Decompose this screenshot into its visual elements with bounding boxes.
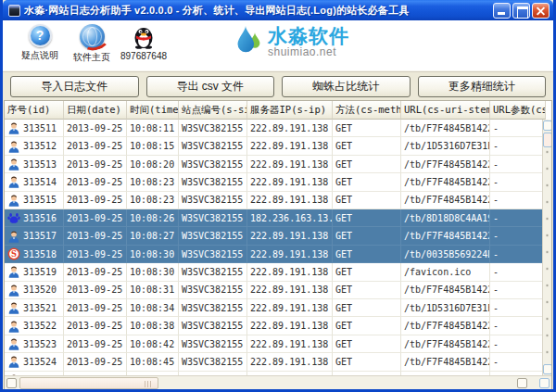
vertical-scrollbar-thumb[interactable]: [543, 133, 552, 147]
cell-ip: 222.89.191.138: [247, 335, 333, 353]
horizontal-scrollbar[interactable]: [5, 375, 551, 389]
scroll-left-icon[interactable]: [6, 378, 17, 388]
cell-query: -: [490, 192, 542, 209]
cell-method: GET: [333, 120, 401, 137]
toolbar-item-help[interactable]: ? 疑点说明: [14, 24, 66, 62]
cell-method: GET: [333, 137, 401, 155]
toolbar-qq-label: 897687648: [120, 51, 167, 61]
cell-sitename: W3SVC382155: [179, 246, 247, 263]
cell-id: 313516: [5, 209, 64, 227]
column-header-2[interactable]: 时间(time): [127, 101, 179, 120]
baidu-spider-icon: [7, 211, 20, 224]
table-row[interactable]: 3135202013-09-2510:08:31W3SVC382155222.8…: [5, 282, 542, 299]
import-log-button[interactable]: 导入日志文件: [10, 76, 139, 97]
cell-url: /tb/F7F4845B1422.: [401, 335, 490, 353]
column-header-1[interactable]: 日期(date): [64, 101, 127, 120]
column-header-5[interactable]: 方法(cs-method): [333, 101, 401, 120]
table-row[interactable]: 3135132013-09-2510:08:20W3SVC382155222.8…: [5, 156, 542, 173]
cell-method: GET: [333, 353, 401, 371]
table-row[interactable]: 3135122013-09-2510:08:15W3SVC382155222.8…: [5, 137, 542, 155]
column-header-0[interactable]: 序号(id): [5, 101, 64, 120]
cell-date: 2013-09-25: [64, 227, 127, 245]
cell-id: 313520: [5, 282, 64, 299]
column-header-7[interactable]: URL参数(cs-uri: [490, 101, 546, 120]
table-row[interactable]: S3135182013-09-2510:08:30W3SVC382155222.…: [5, 246, 542, 263]
table-row[interactable]: 3135212013-09-2510:08:34W3SVC382155222.8…: [5, 299, 542, 317]
toolbar-homepage-label: 软件主页: [73, 51, 110, 64]
cell-sitename: W3SVC382155: [179, 120, 247, 137]
more-stats-button[interactable]: 更多精细统计: [418, 76, 547, 97]
app-icon: [8, 5, 20, 17]
cell-time: 10:08:30: [127, 246, 179, 263]
table-row[interactable]: 3135222013-09-2510:08:38W3SVC382155222.8…: [5, 317, 542, 335]
cell-url: /tb/F7F4845B1422.: [401, 317, 490, 335]
cell-sitename: W3SVC382155: [179, 263, 247, 281]
table-row[interactable]: 3135242013-09-2510:08:45W3SVC382155222.8…: [5, 353, 542, 371]
cell-date: 2013-09-25: [64, 263, 127, 281]
table-row[interactable]: 3135142013-09-2510:08:23W3SVC382155222.8…: [5, 173, 542, 191]
cell-url: /favicon.ico: [401, 263, 490, 281]
cell-ip: 222.89.191.138: [247, 227, 333, 245]
toolbar: ? 疑点说明 软件主页 897687648: [3, 20, 553, 72]
table-row[interactable]: 3135192013-09-2510:08:30W3SVC382155222.8…: [5, 263, 542, 281]
horizontal-scrollbar-thumb[interactable]: [19, 377, 158, 389]
cell-ip: 222.89.191.138: [247, 282, 333, 299]
cell-time: 10:08:38: [127, 317, 179, 335]
cell-method: GET: [333, 227, 401, 245]
column-header-4[interactable]: 服务器IP(s-ip): [247, 101, 333, 120]
close-button[interactable]: [532, 3, 550, 19]
cell-date: 2013-09-25: [64, 173, 127, 191]
table-row[interactable]: 3135232013-09-2510:08:42W3SVC382155222.8…: [5, 335, 542, 353]
table-row[interactable]: 3135152013-09-2510:08:23W3SVC382155222.8…: [5, 192, 542, 209]
minimize-button[interactable]: [493, 3, 511, 19]
titlebar[interactable]: 水淼·网站日志分析助手 v2.0.0.0 - 分析、统计、导出网站日志(.Log…: [3, 0, 553, 20]
cell-ip: 222.89.191.138: [247, 299, 333, 317]
cell-ip: 222.89.191.138: [247, 246, 333, 263]
cell-id: 313514: [5, 173, 64, 191]
brand-title: 水淼软件: [268, 26, 349, 46]
export-csv-button[interactable]: 导出 csv 文件: [146, 76, 275, 97]
cell-id: 313524: [5, 353, 64, 371]
scroll-up-icon[interactable]: [543, 120, 552, 131]
table-row[interactable]: 3135162013-09-2510:08:26W3SVC382155182.2…: [5, 209, 542, 227]
maximize-button[interactable]: [512, 3, 530, 19]
scrollbar-corner: [539, 378, 550, 388]
cell-time: 10:08:30: [127, 263, 179, 281]
cell-id: 313515: [5, 192, 64, 209]
vertical-scrollbar[interactable]: [542, 120, 551, 375]
toolbar-item-homepage[interactable]: 软件主页: [66, 24, 118, 64]
cell-sitename: W3SVC382155: [179, 299, 247, 317]
cell-sitename: W3SVC382155: [179, 209, 247, 227]
cell-id: 313513: [5, 156, 64, 173]
cell-method: GET: [333, 192, 401, 209]
cell-time: 10:08:34: [127, 299, 179, 317]
cell-query: -: [490, 282, 542, 299]
table-row[interactable]: 3135172013-09-2510:08:27W3SVC382155222.8…: [5, 227, 542, 245]
toolbar-item-qq[interactable]: 897687648: [118, 24, 170, 61]
cell-id: 313521: [5, 299, 64, 317]
cell-date: 2013-09-25: [64, 353, 127, 371]
action-button-bar: 导入日志文件 导出 csv 文件 蜘蛛占比统计 更多精细统计: [3, 72, 553, 100]
user-icon: [7, 140, 20, 153]
cell-query: -: [490, 156, 542, 173]
table-row[interactable]: 3135112013-09-2510:08:11W3SVC382155222.8…: [5, 120, 542, 137]
column-header-3[interactable]: 站点编号(s-sitename): [179, 101, 247, 120]
cell-date: 2013-09-25: [64, 120, 127, 137]
cell-id: 313522: [5, 317, 64, 335]
cell-query: -: [490, 335, 542, 353]
cell-url: /tb/F7F4845B1422.: [401, 156, 490, 173]
cell-url: /tb/F7F4845B1422.: [401, 227, 490, 245]
cell-ip: 222.89.191.138: [247, 156, 333, 173]
spider-stats-button[interactable]: 蜘蛛占比统计: [282, 76, 411, 97]
log-table-header: 序号(id)日期(date)时间(time)站点编号(s-sitename)服务…: [5, 101, 551, 120]
scroll-down-icon[interactable]: [543, 364, 552, 374]
column-header-6[interactable]: URL(cs-uri-stem): [401, 101, 490, 120]
cell-ip: 222.89.191.138: [247, 173, 333, 191]
scroll-right-icon[interactable]: [517, 378, 527, 388]
cell-sitename: W3SVC382155: [179, 335, 247, 353]
cell-sitename: W3SVC382155: [179, 137, 247, 155]
cell-method: GET: [333, 317, 401, 335]
cell-query: -: [490, 120, 542, 137]
cell-url: /tb/0035B569224D.: [401, 246, 490, 263]
log-table-body: 3135112013-09-2510:08:11W3SVC382155222.8…: [5, 120, 542, 389]
